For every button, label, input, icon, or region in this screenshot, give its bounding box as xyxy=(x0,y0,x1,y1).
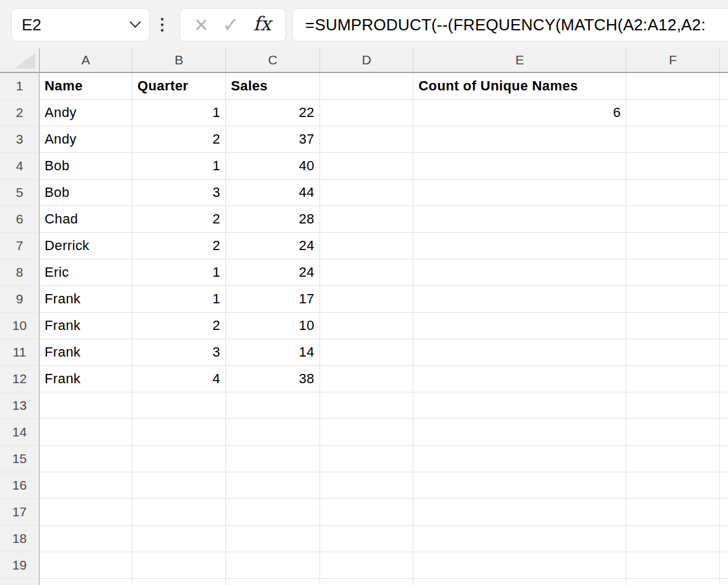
cell-B3[interactable]: 2 xyxy=(132,126,226,153)
cell-F14[interactable] xyxy=(626,419,720,446)
row-header-11[interactable]: 11 xyxy=(0,339,40,366)
cell-C16[interactable] xyxy=(226,472,320,499)
formula-text[interactable]: =SUMPRODUCT(--(FREQUENCY(MATCH(A2:A12,A2… xyxy=(305,15,706,35)
cell-D10[interactable] xyxy=(320,313,414,339)
cell-E5[interactable] xyxy=(414,180,626,206)
cell-F18[interactable] xyxy=(626,526,720,552)
cell-G13[interactable] xyxy=(720,392,728,419)
cell-A1[interactable]: Name xyxy=(40,73,132,100)
cell-G17[interactable] xyxy=(720,499,728,526)
row-header-5[interactable]: 5 xyxy=(0,180,40,206)
cell-B14[interactable] xyxy=(132,419,226,446)
cell-G1[interactable] xyxy=(720,73,728,100)
cell-D2[interactable] xyxy=(320,100,414,126)
row-header-16[interactable]: 16 xyxy=(0,472,40,499)
cell-C4[interactable]: 40 xyxy=(226,153,320,180)
cell-A16[interactable] xyxy=(40,472,132,499)
row-header-19[interactable]: 19 xyxy=(0,552,40,579)
cell-C13[interactable] xyxy=(226,392,320,419)
cell-F10[interactable] xyxy=(626,313,720,339)
cell-E1[interactable]: Count of Unique Names xyxy=(414,73,626,100)
cell-C1[interactable]: Sales xyxy=(226,73,320,100)
cell-D15[interactable] xyxy=(320,446,414,472)
column-header-A[interactable]: A xyxy=(40,48,132,72)
row-header-1[interactable]: 1 xyxy=(0,73,40,100)
cell-D13[interactable] xyxy=(320,392,414,419)
cell-G18[interactable] xyxy=(720,526,728,552)
row-header-9[interactable]: 9 xyxy=(0,286,40,313)
cell-E11[interactable] xyxy=(414,339,626,366)
cell-D19[interactable] xyxy=(320,552,414,579)
cell-D8[interactable] xyxy=(320,259,414,286)
cell-G15[interactable] xyxy=(720,446,728,472)
cell-E10[interactable] xyxy=(414,313,626,339)
cell-F19[interactable] xyxy=(626,552,720,579)
cell-B18[interactable] xyxy=(132,526,226,552)
cell-E9[interactable] xyxy=(414,286,626,313)
cell-D4[interactable] xyxy=(320,153,414,180)
row-header-20[interactable] xyxy=(0,579,40,585)
cell-D20[interactable] xyxy=(320,579,414,585)
cell-D16[interactable] xyxy=(320,472,414,499)
cell-A6[interactable]: Chad xyxy=(40,206,132,233)
cell-E7[interactable] xyxy=(414,233,626,259)
cell-A11[interactable]: Frank xyxy=(40,339,132,366)
cell-E6[interactable] xyxy=(414,206,626,233)
cell-B6[interactable]: 2 xyxy=(132,206,226,233)
cell-B1[interactable]: Quarter xyxy=(132,73,226,100)
cell-F12[interactable] xyxy=(626,366,720,392)
cell-C18[interactable] xyxy=(226,526,320,552)
cell-C2[interactable]: 22 xyxy=(226,100,320,126)
select-all-button[interactable] xyxy=(0,48,40,72)
row-header-2[interactable]: 2 xyxy=(0,100,40,126)
cell-D12[interactable] xyxy=(320,366,414,392)
cell-F16[interactable] xyxy=(626,472,720,499)
cell-D17[interactable] xyxy=(320,499,414,526)
cancel-icon[interactable]: × xyxy=(194,13,208,37)
cell-A14[interactable] xyxy=(40,419,132,446)
cell-D11[interactable] xyxy=(320,339,414,366)
cell-A8[interactable]: Eric xyxy=(40,259,132,286)
cell-E15[interactable] xyxy=(414,446,626,472)
formula-bar[interactable]: =SUMPRODUCT(--(FREQUENCY(MATCH(A2:A12,A2… xyxy=(292,8,728,41)
name-box[interactable]: E2 xyxy=(11,8,150,41)
cell-G11[interactable] xyxy=(720,339,728,366)
row-header-14[interactable]: 14 xyxy=(0,419,40,446)
column-header-B[interactable]: B xyxy=(132,48,226,72)
cell-C9[interactable]: 17 xyxy=(226,286,320,313)
cell-B12[interactable]: 4 xyxy=(132,366,226,392)
cell-F13[interactable] xyxy=(626,392,720,419)
cell-E8[interactable] xyxy=(414,259,626,286)
cell-B15[interactable] xyxy=(132,446,226,472)
cell-C11[interactable]: 14 xyxy=(226,339,320,366)
column-header-E[interactable]: E xyxy=(414,48,626,72)
cell-D6[interactable] xyxy=(320,206,414,233)
cell-G8[interactable] xyxy=(720,259,728,286)
cell-C12[interactable]: 38 xyxy=(226,366,320,392)
row-header-15[interactable]: 15 xyxy=(0,446,40,472)
cell-C15[interactable] xyxy=(226,446,320,472)
cell-A2[interactable]: Andy xyxy=(40,100,132,126)
cell-G7[interactable] xyxy=(720,233,728,259)
column-header-G[interactable] xyxy=(720,48,728,72)
confirm-icon[interactable]: ✓ xyxy=(222,15,239,35)
cell-C6[interactable]: 28 xyxy=(226,206,320,233)
row-header-13[interactable]: 13 xyxy=(0,392,40,419)
cell-B11[interactable]: 3 xyxy=(132,339,226,366)
cell-C19[interactable] xyxy=(226,552,320,579)
cell-G4[interactable] xyxy=(720,153,728,180)
cell-B19[interactable] xyxy=(132,552,226,579)
cell-G20[interactable] xyxy=(720,579,728,585)
cell-B2[interactable]: 1 xyxy=(132,100,226,126)
cell-A5[interactable]: Bob xyxy=(40,180,132,206)
cell-G19[interactable] xyxy=(720,552,728,579)
cell-C10[interactable]: 10 xyxy=(226,313,320,339)
name-box-value[interactable]: E2 xyxy=(22,15,41,35)
cell-B20[interactable] xyxy=(132,579,226,585)
cell-A9[interactable]: Frank xyxy=(40,286,132,313)
cell-A13[interactable] xyxy=(40,392,132,419)
cell-A10[interactable]: Frank xyxy=(40,313,132,339)
cell-C5[interactable]: 44 xyxy=(226,180,320,206)
row-header-18[interactable]: 18 xyxy=(0,526,40,552)
cell-A4[interactable]: Bob xyxy=(40,153,132,180)
